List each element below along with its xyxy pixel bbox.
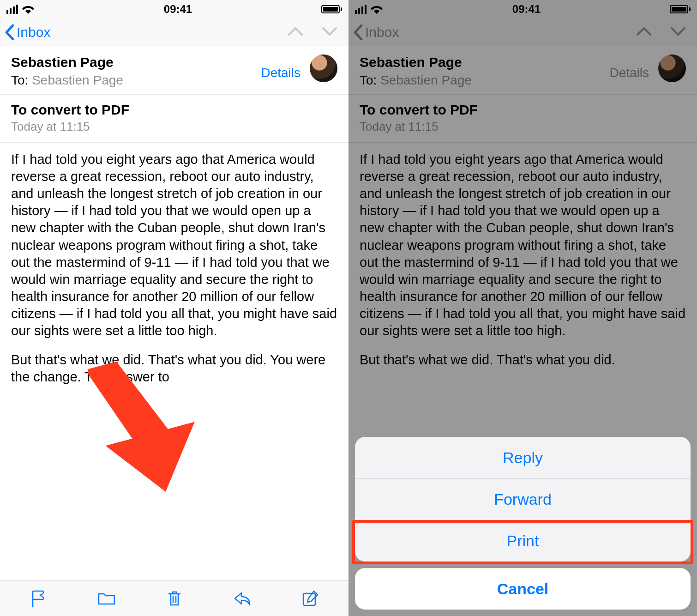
mail-date: Today at 11:15	[360, 120, 686, 134]
status-time: 09:41	[512, 3, 541, 16]
signal-bars-icon	[355, 5, 367, 14]
nav-bar: Inbox	[0, 18, 348, 46]
flag-button[interactable]	[29, 588, 49, 609]
subject: To convert to PDF	[11, 102, 337, 118]
sheet-print-button[interactable]: Print	[355, 520, 691, 562]
wifi-icon	[22, 5, 35, 14]
next-message-button[interactable]	[322, 26, 337, 38]
trash-button[interactable]	[164, 588, 185, 609]
move-button[interactable]	[96, 588, 117, 609]
status-bar: 09:41	[0, 0, 348, 18]
phone-left: 09:41 Inbox Sebastien Page To: Sebastien	[0, 0, 348, 616]
wifi-icon	[370, 5, 383, 14]
body-paragraph-2: But that's what we did. That's what you …	[360, 351, 686, 368]
battery-icon	[321, 5, 342, 13]
body-paragraph-1: If I had told you eight years ago that A…	[360, 151, 686, 339]
sheet-options-group: Reply Forward Print	[355, 437, 691, 562]
avatar[interactable]	[310, 54, 337, 82]
to-name: Sebastien Page	[380, 73, 472, 87]
compose-button[interactable]	[300, 588, 320, 609]
sheet-forward-button[interactable]: Forward	[355, 478, 691, 520]
phone-right: 09:41 Inbox Sebastien Page To: Sebastien	[348, 0, 697, 616]
toolbar	[0, 580, 348, 616]
details-link: Details	[609, 66, 649, 80]
to-label: To:	[360, 73, 377, 87]
mail-header: Sebastien Page To: Sebastien Page Detail…	[0, 46, 348, 95]
battery-icon	[670, 5, 691, 13]
back-label: Inbox	[17, 24, 50, 40]
back-label: Inbox	[365, 24, 399, 40]
subject-block: To convert to PDF Today at 11:15	[348, 95, 697, 143]
body-paragraph-1: If I had told you eight years ago that A…	[11, 151, 337, 339]
mail-date: Today at 11:15	[11, 120, 337, 134]
back-button[interactable]: Inbox	[353, 24, 399, 40]
from-name: Sebastien Page	[360, 54, 472, 70]
avatar	[658, 54, 686, 82]
to-name: Sebastien Page	[32, 73, 123, 87]
mail-body: If I had told you eight years ago that A…	[348, 143, 697, 466]
status-time: 09:41	[164, 3, 192, 16]
subject-block: To convert to PDF Today at 11:15	[0, 95, 348, 143]
to-label: To:	[11, 73, 28, 87]
action-sheet: Reply Forward Print Cancel	[355, 437, 691, 610]
status-bar: 09:41	[348, 0, 697, 18]
from-name: Sebastien Page	[11, 54, 123, 70]
prev-message-button[interactable]	[288, 26, 303, 38]
details-link[interactable]: Details	[261, 66, 300, 80]
nav-bar: Inbox	[348, 18, 697, 46]
mail-header: Sebastien Page To: Sebastien Page Detail…	[348, 46, 697, 95]
sheet-cancel-group: Cancel	[355, 568, 691, 610]
prev-message-button	[636, 26, 652, 38]
next-message-button	[670, 26, 686, 38]
signal-bars-icon	[6, 5, 18, 14]
reply-button[interactable]	[232, 588, 252, 609]
sheet-cancel-button[interactable]: Cancel	[355, 568, 691, 610]
sheet-reply-button[interactable]: Reply	[355, 437, 691, 478]
subject: To convert to PDF	[360, 102, 686, 118]
mail-body: If I had told you eight years ago that A…	[0, 143, 348, 577]
body-paragraph-2: But that's what we did. That's what you …	[11, 351, 337, 386]
back-button[interactable]: Inbox	[5, 24, 50, 40]
